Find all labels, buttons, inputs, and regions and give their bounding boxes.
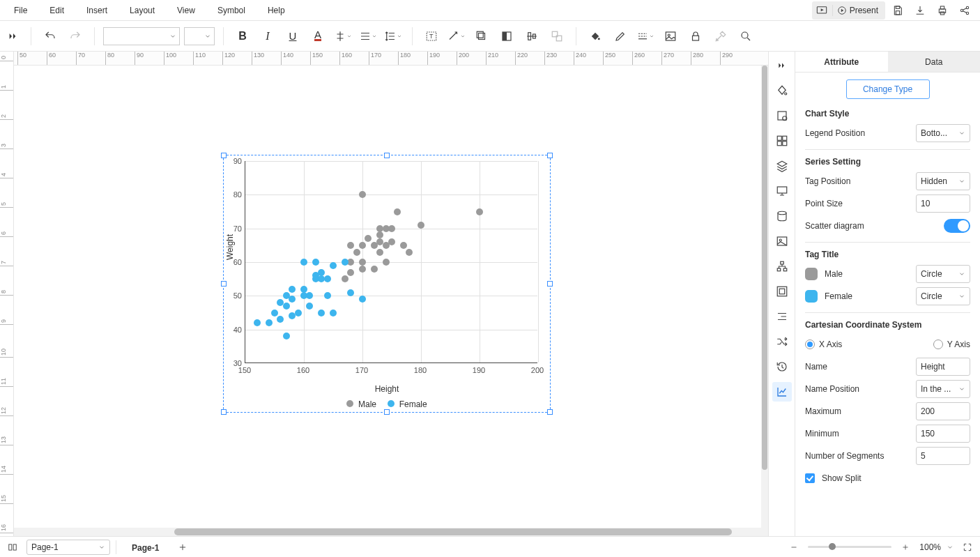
align-horizontal-button[interactable]: [358, 26, 378, 47]
rail-history-icon[interactable]: [772, 357, 792, 376]
horizontal-scrollbar[interactable]: [14, 528, 768, 536]
svg-rect-40: [779, 289, 785, 294]
page-tab[interactable]: Page-1: [122, 537, 169, 558]
italic-button[interactable]: I: [257, 26, 278, 47]
menu-edit[interactable]: Edit: [38, 0, 75, 21]
resize-handle[interactable]: [547, 153, 553, 158]
svg-rect-30: [777, 142, 781, 146]
svg-rect-15: [503, 32, 507, 40]
image-button[interactable]: [660, 26, 681, 47]
tools-button[interactable]: [710, 26, 731, 47]
scatter-diagram-toggle[interactable]: [944, 219, 970, 233]
rail-style-icon[interactable]: [772, 81, 792, 100]
rail-paragraph-icon[interactable]: [772, 307, 792, 326]
female-color-swatch[interactable]: [805, 290, 818, 303]
line-spacing-button[interactable]: [383, 26, 404, 47]
resize-handle[interactable]: [384, 153, 390, 158]
menu-layout[interactable]: Layout: [118, 0, 166, 21]
share-icon[interactable]: [955, 1, 974, 20]
add-page-button[interactable]: [174, 539, 191, 556]
rail-present2-icon[interactable]: [772, 181, 792, 201]
lock-button[interactable]: [685, 26, 706, 47]
rail-data-icon[interactable]: [772, 206, 792, 226]
female-shape-select[interactable]: Circle: [916, 287, 970, 305]
point-size-input[interactable]: 10: [916, 194, 970, 213]
rail-config-icon[interactable]: [772, 106, 792, 125]
rail-image-icon[interactable]: [772, 231, 792, 251]
zoom-in-button[interactable]: [897, 539, 914, 556]
group-button[interactable]: [546, 26, 567, 47]
tab-data[interactable]: Data: [888, 52, 981, 72]
legend-position-select[interactable]: Botto...: [916, 124, 970, 142]
present-button[interactable]: Present: [812, 1, 885, 20]
x-axis-radio[interactable]: X Axis: [805, 339, 842, 349]
name-position-select[interactable]: In the ...: [916, 380, 970, 398]
tab-attribute[interactable]: Attribute: [795, 52, 888, 72]
tag-position-select[interactable]: Hidden: [916, 172, 970, 190]
menu-file[interactable]: File: [3, 0, 38, 21]
redo-button[interactable]: [65, 26, 86, 47]
rail-frame-icon[interactable]: [772, 282, 792, 301]
male-color-swatch[interactable]: [805, 268, 818, 280]
menu-view[interactable]: View: [166, 0, 206, 21]
male-shape-select[interactable]: Circle: [916, 265, 970, 283]
menu-insert[interactable]: Insert: [75, 0, 118, 21]
pen-button[interactable]: [610, 26, 631, 47]
page-select[interactable]: Page-1: [26, 540, 110, 555]
collapse-panel-icon[interactable]: [772, 56, 792, 75]
line-style-button[interactable]: [635, 26, 656, 47]
rail-layers-icon[interactable]: [772, 156, 792, 176]
rail-chart-icon[interactable]: [772, 382, 792, 402]
download-icon[interactable]: [910, 1, 930, 20]
print-icon[interactable]: [933, 1, 952, 20]
axis-name-input[interactable]: Height: [916, 358, 970, 376]
zoom-dropdown-icon[interactable]: [947, 544, 954, 551]
font-size-select[interactable]: [184, 27, 215, 45]
data-point: [300, 286, 307, 293]
rail-tree-icon[interactable]: [772, 257, 792, 276]
data-point: [359, 191, 366, 198]
maximum-input[interactable]: 200: [916, 402, 970, 420]
menu-help[interactable]: Help: [257, 0, 296, 21]
y-axis-radio[interactable]: Y Axis: [933, 339, 970, 349]
fill-bucket-button[interactable]: [585, 26, 606, 47]
data-point: [277, 316, 284, 323]
zoom-slider[interactable]: [808, 546, 891, 548]
fullscreen-button[interactable]: [959, 539, 976, 556]
change-type-button[interactable]: Change Type: [846, 79, 930, 99]
shape-outline-button[interactable]: [471, 26, 492, 47]
shape-fill-button[interactable]: [496, 26, 517, 47]
pages-overview-icon[interactable]: [4, 539, 21, 556]
font-color-button[interactable]: A: [307, 26, 328, 47]
minimum-label: Minimum: [805, 429, 839, 438]
minimum-input[interactable]: 150: [916, 425, 970, 443]
tag-female-label: Female: [825, 291, 852, 301]
rail-grid-icon[interactable]: [772, 131, 792, 151]
menu-symbol[interactable]: Symbol: [206, 0, 257, 21]
resize-handle[interactable]: [221, 281, 227, 287]
vertical-scrollbar[interactable]: [761, 66, 768, 528]
resize-handle[interactable]: [221, 153, 227, 158]
align-vertical-button[interactable]: [332, 26, 353, 47]
save-icon[interactable]: [888, 1, 908, 20]
resize-handle[interactable]: [547, 409, 553, 415]
resize-handle[interactable]: [547, 281, 553, 287]
search-button[interactable]: [735, 26, 756, 47]
underline-button[interactable]: U: [282, 26, 303, 47]
connector-button[interactable]: [446, 26, 467, 47]
resize-handle[interactable]: [221, 409, 227, 415]
undo-button[interactable]: [40, 26, 61, 47]
resize-handle[interactable]: [384, 409, 390, 415]
font-family-select[interactable]: [103, 27, 180, 45]
segments-input[interactable]: 5: [916, 447, 970, 465]
zoom-out-button[interactable]: [786, 539, 802, 556]
rail-shuffle-icon[interactable]: [772, 332, 792, 351]
textbox-button[interactable]: T: [421, 26, 442, 47]
canvas[interactable]: Weight Height Male Female 15016017018019…: [14, 66, 768, 528]
selected-chart-object[interactable]: Weight Height Male Female 15016017018019…: [223, 155, 551, 413]
align-objects-button[interactable]: [521, 26, 542, 47]
expand-sidebar-icon[interactable]: [4, 31, 22, 42]
show-split-checkbox[interactable]: [805, 473, 815, 483]
show-split-label: Show Split: [822, 473, 862, 483]
bold-button[interactable]: B: [232, 26, 253, 47]
